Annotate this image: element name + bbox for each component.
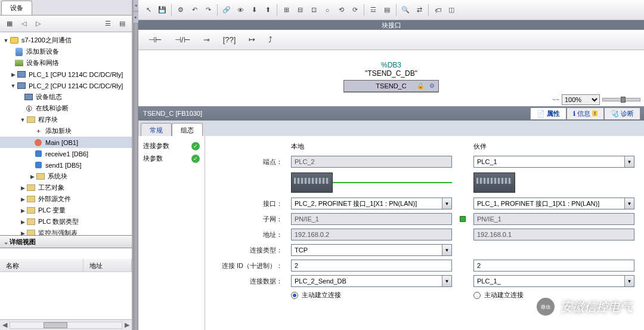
tab-info[interactable]: ℹ信息! — [566, 107, 604, 120]
input-conntype[interactable] — [291, 244, 452, 256]
radio-on-icon[interactable] — [291, 292, 298, 299]
dropdown-icon[interactable]: ▼ — [624, 156, 634, 167]
left-tab-general[interactable]: 常规 — [141, 123, 172, 136]
left-tab-config[interactable]: 组态 — [172, 123, 203, 136]
zoom-thumb[interactable] — [621, 97, 626, 103]
tree-system-blocks[interactable]: ▶系统块 — [0, 171, 132, 182]
tree-main-ob1[interactable]: Main [OB1] — [0, 137, 132, 148]
fbd-box-icon[interactable]: [??] — [219, 33, 240, 46]
tool-compile-icon[interactable]: ⚙ — [174, 4, 187, 17]
tool-go-online-icon[interactable]: 🔗 — [220, 4, 233, 17]
tool-coil-icon[interactable]: ○ — [321, 4, 334, 17]
tool-save-icon[interactable]: 💾 — [156, 4, 169, 17]
block-config-icon[interactable]: ⚙ — [429, 82, 435, 89]
tool-contact-icon[interactable]: ⊡ — [307, 4, 320, 17]
input-local-conndata[interactable] — [291, 275, 452, 287]
tree-root[interactable]: ▼s7-1200之间通信 — [0, 35, 132, 46]
detail-col-addr[interactable]: 地址 — [83, 259, 132, 272]
tab-devices[interactable]: 设备 — [1, 1, 32, 15]
label-endpoint: 端点： — [215, 158, 286, 166]
fbd-canvas[interactable]: %DB3 "TSEND_C_DB" TSEND_C 🔒 ⚙ ~~ 100% — [138, 50, 644, 106]
tool-replace-icon[interactable]: ⇄ — [413, 4, 426, 17]
input-partner-connid[interactable] — [473, 260, 634, 272]
tool-close-branch-icon[interactable]: ⟳ — [348, 4, 361, 17]
scroll-thumb[interactable] — [44, 322, 67, 328]
tree-add-device[interactable]: 添加新设备 — [0, 46, 132, 57]
tree-device-config[interactable]: 设备组态 — [0, 91, 132, 103]
nav-tool-icon[interactable]: ▦ — [4, 18, 16, 30]
label-interface: 接口： — [215, 199, 286, 208]
fbd-conn-icon[interactable]: ⤴ — [264, 33, 277, 46]
zoom-select[interactable]: 100% — [562, 94, 600, 105]
tool-monitor-icon[interactable]: 👁 — [234, 4, 247, 17]
radio-off-icon[interactable] — [473, 292, 481, 299]
tool-upload-icon[interactable]: ⬆ — [261, 4, 274, 17]
fbd-coil-icon[interactable]: ⊸ — [199, 33, 214, 46]
tree-plc1[interactable]: ▶PLC_1 [CPU 1214C DC/DC/Rly] — [0, 69, 132, 80]
tree-add-block[interactable]: ＋添加新块 — [0, 125, 132, 137]
fbd-wire-icon[interactable]: ↦ — [244, 33, 259, 46]
tree-receive1[interactable]: receive1 [DB6] — [0, 148, 132, 159]
tree-plc-vars[interactable]: ▶PLC 变量 — [0, 205, 132, 216]
tree-devices-networks[interactable]: 设备和网络 — [0, 57, 132, 69]
tree-tech-objects[interactable]: ▶工艺对象 — [0, 182, 132, 193]
input-partner-endpoint[interactable] — [473, 156, 634, 168]
input-partner-subnet — [473, 213, 634, 225]
dropdown-icon[interactable]: ▼ — [624, 198, 634, 209]
input-local-interface[interactable] — [291, 198, 452, 209]
detail-col-name[interactable]: 名称 — [0, 259, 83, 272]
tool-branch-icon[interactable]: ⊟ — [293, 4, 306, 17]
subnet-dot-icon — [460, 216, 466, 222]
left-scrollbar[interactable]: ◀ ▶ — [0, 319, 132, 330]
tree-program-blocks[interactable]: ▼程序块 — [0, 114, 132, 125]
tab-properties[interactable]: 📄属性 — [530, 107, 566, 120]
tool-split-icon[interactable]: ◫ — [445, 4, 458, 17]
tool-find-icon[interactable]: 🔍 — [399, 4, 412, 17]
nav-connection-params[interactable]: 连接参数✓ — [141, 140, 202, 152]
nav-block-params[interactable]: 块参数✓ — [141, 152, 202, 165]
properties-title: TSEND_C [FB1030] — [143, 110, 202, 117]
tool-rung-icon[interactable]: ⊞ — [280, 4, 293, 17]
tree-plc2[interactable]: ▼PLC_2 [CPU 1214C DC/DC/Rly] — [0, 80, 132, 91]
tool-crossref-icon[interactable]: ☲ — [367, 4, 380, 17]
scroll-left-icon[interactable]: ◀ — [0, 321, 10, 329]
vertical-splitter[interactable]: ◂ ▸ — [134, 0, 138, 330]
radio-local-active[interactable]: 主动建立连接 — [291, 291, 452, 300]
tool-open-branch-icon[interactable]: ⟲ — [335, 4, 348, 17]
tree-ext-sources[interactable]: ▶外部源文件 — [0, 193, 132, 205]
tree-watch-force[interactable]: ▶监控与强制表 — [0, 227, 132, 235]
tool-redo-icon[interactable]: ↷ — [202, 4, 215, 17]
dropdown-icon[interactable]: ▼ — [442, 276, 451, 286]
tree-online-diag[interactable]: 🛈在线和诊断 — [0, 103, 132, 114]
radio-partner-active[interactable]: 主动建立连接 — [473, 291, 634, 300]
tool-cursor-icon[interactable]: ↖ — [142, 4, 155, 17]
tree-send1[interactable]: send1 [DB5] — [0, 159, 132, 171]
tab-diagnostics[interactable]: 🩺诊断 — [604, 107, 640, 120]
tool-tags-icon[interactable]: 🏷 — [431, 4, 444, 17]
input-partner-conndata[interactable] — [473, 275, 634, 287]
fbd-nc-contact-icon[interactable]: ⊣/⊢ — [171, 33, 194, 46]
input-local-connid[interactable] — [291, 260, 452, 272]
nav-grid-icon[interactable]: ▤ — [116, 18, 128, 30]
input-partner-interface[interactable] — [473, 198, 634, 209]
tree-plc-datatypes[interactable]: ▶PLC 数据类型 — [0, 216, 132, 227]
zoom-slider[interactable] — [602, 98, 640, 101]
editor-toolbar: ↖ 💾 ⚙ ↶ ↷ 🔗 👁 ⬇ ⬆ ⊞ ⊟ ⊡ ○ ⟲ ⟳ ☲ ▤ 🔍 ⇄ 🏷 — [138, 0, 644, 20]
dropdown-icon[interactable]: ▼ — [624, 276, 634, 286]
nav-back-icon[interactable]: ◁ — [18, 18, 30, 30]
project-tree[interactable]: ▼s7-1200之间通信 添加新设备 设备和网络 ▶PLC_1 [CPU 121… — [0, 32, 132, 235]
tool-download-icon[interactable]: ⬇ — [247, 4, 261, 17]
fbd-block[interactable]: TSEND_C 🔒 ⚙ — [343, 80, 439, 92]
tool-struct-icon[interactable]: ▤ — [380, 4, 394, 17]
dropdown-icon[interactable]: ▼ — [442, 245, 451, 255]
detail-view-header[interactable]: ⌄详细视图 — [0, 235, 132, 248]
splitter-collapse-icon[interactable]: ◂ — [134, 0, 138, 11]
nav-list-icon[interactable]: ☰ — [102, 18, 114, 30]
nav-fwd-icon[interactable]: ▷ — [32, 18, 44, 30]
block-lock-icon[interactable]: 🔒 — [417, 82, 424, 89]
splitter-expand-icon[interactable]: ▸ — [134, 12, 138, 23]
dropdown-icon[interactable]: ▼ — [442, 198, 451, 209]
fbd-no-contact-icon[interactable]: ⊣⊢ — [144, 33, 166, 46]
tool-undo-icon[interactable]: ↶ — [188, 4, 201, 17]
scroll-right-icon[interactable]: ▶ — [122, 321, 132, 329]
